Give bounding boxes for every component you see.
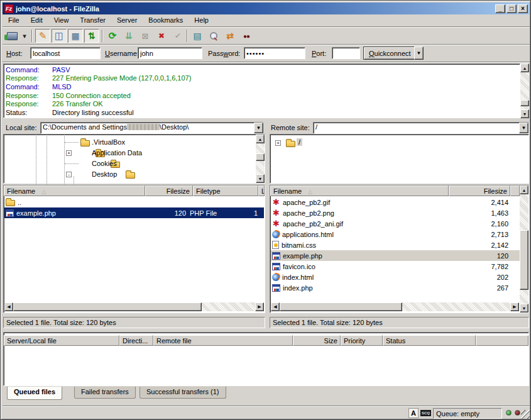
local-col-filesize[interactable]: Filesize bbox=[145, 185, 193, 196]
host-input[interactable] bbox=[30, 47, 101, 59]
folder-icon bbox=[6, 200, 15, 206]
queue-col-size[interactable]: Size bbox=[293, 335, 341, 346]
remote-row[interactable]: apache_pb2.gif 2,414 bbox=[271, 197, 520, 207]
queue-col-status[interactable]: Status bbox=[383, 335, 476, 346]
local-list-scroll-right[interactable]: ▶ bbox=[255, 302, 264, 311]
remote-site-dropdown[interactable]: ▼ bbox=[519, 123, 528, 133]
remote-list-scroll-down[interactable]: ▼ bbox=[520, 304, 528, 312]
tab-queued-files[interactable]: Queued files bbox=[7, 387, 62, 400]
local-site-combo[interactable]: C:\Documents and Settings\Desktop\ bbox=[40, 122, 263, 134]
tree-line bbox=[65, 142, 79, 143]
password-input[interactable] bbox=[244, 47, 305, 59]
menu-bar: File Edit View Transfer Server Bookmarks… bbox=[3, 15, 530, 26]
resize-grip[interactable] bbox=[521, 410, 530, 419]
tree-item-cookies[interactable]: Cookies bbox=[92, 160, 117, 167]
remote-list-scroll-left[interactable]: ◀ bbox=[271, 302, 280, 311]
password-label: Password: bbox=[208, 50, 240, 57]
maximize-button[interactable]: □ bbox=[506, 4, 517, 13]
menu-transfer[interactable]: Transfer bbox=[74, 15, 111, 26]
remote-row[interactable]: index.html 202 bbox=[271, 272, 520, 282]
local-tree-scroll-down[interactable]: ▼ bbox=[256, 174, 265, 183]
username-input[interactable] bbox=[138, 47, 202, 59]
reconnect-button[interactable] bbox=[170, 29, 185, 43]
toggle-remote-tree-button[interactable] bbox=[68, 29, 83, 43]
remote-status-text: Selected 1 file. Total size: 120 bytes bbox=[270, 317, 529, 328]
remote-row[interactable]: bitnami.css 2,142 bbox=[271, 240, 520, 250]
log-scroll-down[interactable]: ▼ bbox=[520, 109, 529, 118]
remote-list-scroll-thumb-h[interactable] bbox=[280, 302, 402, 311]
remote-list-scroll-track-h[interactable] bbox=[402, 302, 510, 311]
toggle-transfer-queue-button[interactable] bbox=[84, 29, 99, 43]
menu-help[interactable]: Help bbox=[189, 15, 214, 26]
ico-file-icon bbox=[272, 263, 280, 270]
tree-line bbox=[47, 135, 47, 184]
queue-col-server-local-file[interactable]: Server/Local file bbox=[4, 335, 119, 346]
local-list-scroll-thumb[interactable] bbox=[13, 302, 202, 311]
remote-site-combo[interactable]: / bbox=[313, 122, 529, 134]
remote-row[interactable]: index.php 267 bbox=[271, 282, 520, 293]
queue-col-direction[interactable]: Directi... bbox=[119, 335, 153, 346]
local-row-example-php[interactable]: example.php 120 PHP File 1 bbox=[4, 207, 264, 218]
remote-list-scroll-up[interactable]: ▲ bbox=[520, 185, 528, 194]
remote-row[interactable]: apache_pb2.png 1,463 bbox=[271, 207, 520, 218]
host-label: Host: bbox=[6, 50, 23, 57]
local-tree-scroll-up[interactable]: ▲ bbox=[256, 135, 265, 143]
remote-row[interactable]: applications.html 2,713 bbox=[271, 229, 520, 240]
menu-edit[interactable]: Edit bbox=[25, 15, 48, 26]
local-row-parent[interactable]: .. bbox=[4, 197, 264, 207]
local-list-scroll-track[interactable] bbox=[202, 302, 255, 311]
tab-successful-transfers[interactable]: Successful transfers (1) bbox=[140, 387, 226, 399]
tree-item-application-data[interactable]: Application Data bbox=[92, 149, 142, 157]
remote-col-filename[interactable]: Filename△ bbox=[270, 185, 449, 196]
close-button[interactable]: × bbox=[518, 4, 528, 13]
remote-row[interactable]: apache_pb2_ani.gif 2,160 bbox=[271, 218, 520, 229]
disconnect-button[interactable] bbox=[154, 29, 169, 43]
cancel-operation-button[interactable] bbox=[138, 29, 153, 43]
collapse-icon[interactable]: - bbox=[66, 172, 72, 177]
menu-bookmarks[interactable]: Bookmarks bbox=[143, 15, 189, 26]
log-scroll-thumb[interactable] bbox=[520, 100, 529, 106]
remote-list-scroll-right[interactable]: ▶ bbox=[510, 302, 519, 311]
tab-failed-transfers[interactable]: Failed transfers bbox=[74, 387, 136, 399]
menu-view[interactable]: View bbox=[48, 15, 75, 26]
expand-icon[interactable]: + bbox=[66, 150, 72, 156]
process-queue-button[interactable] bbox=[121, 29, 136, 43]
menu-server[interactable]: Server bbox=[111, 15, 143, 26]
remote-col-filesize[interactable]: Filesize bbox=[449, 185, 510, 196]
minimize-button[interactable]: _ bbox=[495, 4, 505, 13]
quickconnect-button[interactable]: Quickconnect bbox=[363, 47, 417, 60]
remote-row-selected[interactable]: example.php 120 bbox=[271, 250, 520, 261]
site-manager-dropdown-button[interactable]: ▾ bbox=[20, 29, 29, 43]
synchronized-browsing-button[interactable] bbox=[222, 29, 238, 43]
queue-col-priority[interactable]: Priority bbox=[341, 335, 383, 346]
local-col-filename[interactable]: Filename△ bbox=[4, 185, 145, 196]
remote-list-scroll-thumb[interactable] bbox=[520, 230, 528, 290]
sort-ascending-icon: △ bbox=[41, 189, 46, 195]
title-bar[interactable]: Fz john@localhost - FileZilla _ □ × bbox=[3, 3, 530, 14]
local-col-filetype[interactable]: Filetype bbox=[193, 185, 258, 196]
tree-item-virtualbox[interactable]: .VirtualBox bbox=[92, 138, 125, 146]
find-files-button[interactable] bbox=[239, 29, 254, 43]
port-input[interactable] bbox=[332, 47, 360, 59]
menu-file[interactable]: File bbox=[3, 15, 25, 26]
queue-col-remote-file[interactable]: Remote file bbox=[153, 335, 293, 346]
site-manager-button[interactable] bbox=[4, 29, 19, 43]
toggle-local-tree-button[interactable] bbox=[52, 29, 67, 43]
username-label: Username: bbox=[105, 50, 139, 57]
filter-button[interactable] bbox=[190, 29, 205, 43]
expand-icon[interactable]: + bbox=[275, 140, 281, 146]
local-list-scroll-left[interactable]: ◀ bbox=[4, 302, 13, 311]
toggle-message-log-button[interactable] bbox=[35, 29, 50, 43]
gif-file-icon bbox=[272, 198, 280, 206]
refresh-button[interactable] bbox=[105, 29, 120, 43]
tree-item-desktop[interactable]: Desktop bbox=[92, 170, 117, 178]
local-site-dropdown[interactable]: ▼ bbox=[254, 123, 263, 133]
log-scroll-up[interactable]: ▲ bbox=[520, 64, 529, 72]
directory-comparison-button[interactable] bbox=[206, 29, 221, 43]
remote-row[interactable]: favicon.ico 7,782 bbox=[271, 261, 520, 272]
local-col-lastmodified[interactable]: L bbox=[258, 185, 265, 196]
png-file-icon bbox=[272, 209, 280, 217]
local-tree-scroll-thumb[interactable] bbox=[256, 153, 265, 161]
quickconnect-dropdown-button[interactable]: ▼ bbox=[414, 47, 424, 60]
tree-item-root[interactable]: / bbox=[297, 138, 302, 146]
